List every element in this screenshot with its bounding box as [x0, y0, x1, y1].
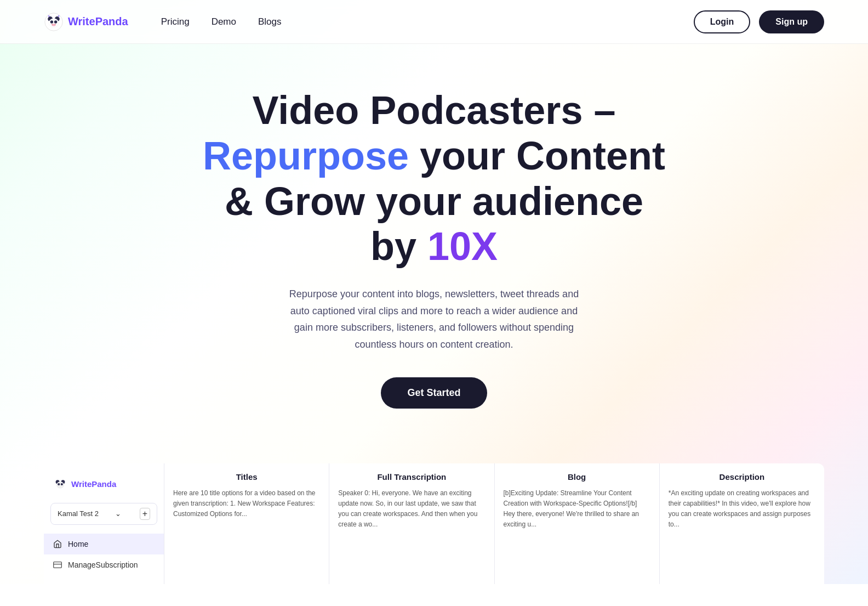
sidebar-item-home-label: Home: [68, 540, 88, 548]
nav-link-demo[interactable]: Demo: [212, 16, 236, 27]
svg-rect-16: [54, 562, 62, 568]
add-workspace-icon[interactable]: +: [140, 508, 150, 520]
nav-link-pricing[interactable]: Pricing: [161, 16, 190, 27]
svg-point-8: [55, 24, 56, 25]
logo[interactable]: ✦ ✦ WritePanda: [44, 12, 128, 32]
navbar-left: ✦ ✦ WritePanda Pricing Demo Blogs: [44, 12, 282, 32]
titles-header: Titles: [173, 472, 320, 482]
svg-point-5: [54, 20, 57, 23]
blog-text: [b]Exciting Update: Streamline Your Cont…: [504, 488, 650, 530]
logo-text: WritePanda: [68, 15, 128, 28]
nav-links: Pricing Demo Blogs: [161, 16, 282, 27]
chevron-down-icon: ⌄: [115, 509, 121, 518]
titles-column: Titles Here are 10 title options for a v…: [164, 463, 329, 584]
hero-title-line2: your Content: [409, 134, 665, 178]
svg-text:✦: ✦: [48, 14, 50, 18]
blog-column: Blog [b]Exciting Update: Streamline Your…: [495, 463, 660, 584]
sidebar-logo-text: WritePanda: [71, 479, 116, 489]
sidebar-logo-icon: [53, 477, 68, 492]
hero-title: Video Podcasters – Repurpose your Conten…: [203, 88, 665, 269]
hero-subtitle: Repurpose your content into blogs, newsl…: [281, 286, 587, 353]
svg-point-4: [50, 20, 53, 23]
get-started-button[interactable]: Get Started: [381, 377, 487, 409]
app-preview: WritePanda Kamal Test 2 ⌄ + Home: [44, 463, 824, 584]
hero-title-10x: 10X: [427, 224, 498, 268]
hero-content: Video Podcasters – Repurpose your Conten…: [0, 44, 868, 441]
transcription-column: Full Transcription Speaker 0: Hi, everyo…: [329, 463, 494, 584]
home-icon: [53, 539, 62, 549]
content-columns: Titles Here are 10 title options for a v…: [164, 463, 824, 584]
hero-title-by: by: [370, 224, 427, 268]
workspace-name: Kamal Test 2: [58, 509, 99, 518]
sidebar-logo: WritePanda: [44, 472, 164, 503]
hero-title-repurpose: Repurpose: [203, 134, 409, 178]
description-column: Description *An exciting update on creat…: [660, 463, 824, 584]
hero-title-line3: & Grow your audience: [225, 179, 643, 223]
logo-icon: ✦ ✦: [44, 12, 64, 32]
description-header: Description: [669, 472, 815, 482]
titles-text: Here are 10 title options for a video ba…: [173, 488, 320, 520]
svg-point-15: [61, 483, 63, 485]
sidebar-item-manage-subscription[interactable]: ManageSubscription: [44, 554, 164, 575]
workspace-selector[interactable]: Kamal Test 2 ⌄ +: [50, 503, 157, 525]
svg-point-7: [52, 24, 53, 25]
blog-header: Blog: [504, 472, 650, 482]
sidebar-item-home[interactable]: Home: [44, 534, 164, 554]
navbar-right: Login Sign up: [694, 10, 824, 33]
transcription-header: Full Transcription: [338, 472, 485, 482]
svg-text:✦: ✦: [58, 14, 60, 18]
description-text: *An exciting update on creating workspac…: [669, 488, 815, 530]
transcription-text: Speaker 0: Hi, everyone. We have an exci…: [338, 488, 485, 530]
credit-card-icon: [53, 560, 62, 570]
signup-button[interactable]: Sign up: [759, 10, 824, 33]
svg-point-13: [56, 482, 64, 489]
sidebar-item-manage-subscription-label: ManageSubscription: [68, 560, 138, 569]
login-button[interactable]: Login: [694, 10, 751, 33]
svg-point-14: [58, 483, 60, 485]
nav-link-blogs[interactable]: Blogs: [258, 16, 282, 27]
sidebar-panel: WritePanda Kamal Test 2 ⌄ + Home: [44, 463, 164, 584]
navbar: ✦ ✦ WritePanda Pricing Demo Blogs Login …: [0, 0, 868, 44]
hero-title-line1: Video Podcasters –: [253, 88, 616, 132]
